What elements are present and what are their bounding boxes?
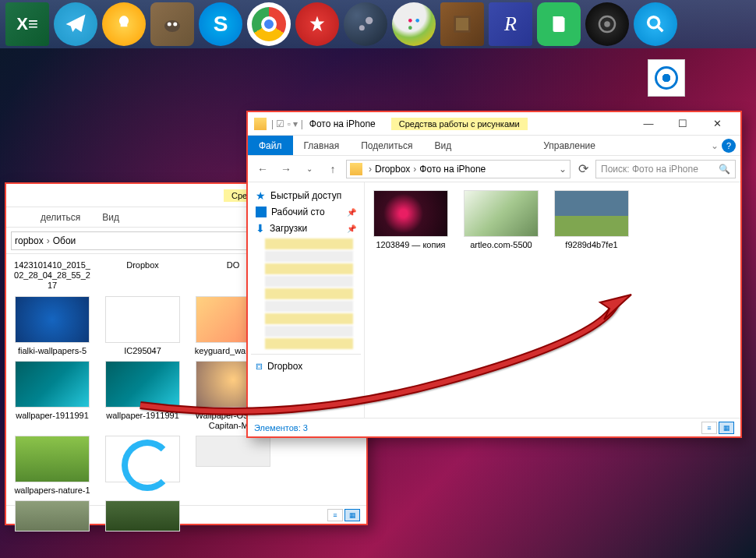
addressbar-front: ← → ⌄ ↑ › Dropbox › Фото на iPhone ⌄ ⟳ П… (248, 156, 740, 182)
recent-button[interactable]: ⌄ (299, 159, 320, 179)
file-item[interactable]: IC295047 (103, 296, 182, 356)
svg-point-3 (366, 17, 373, 24)
ribbon-collapse-icon[interactable]: ⌄ (711, 140, 719, 151)
file-item[interactable]: artleo.com-5500 (461, 190, 541, 250)
breadcrumb-front[interactable]: › Dropbox › Фото на iPhone ⌄ (346, 160, 571, 178)
refresh-icon[interactable]: ⟳ (574, 160, 592, 178)
thumbnails-view-button[interactable]: ▦ (344, 509, 360, 521)
file-item[interactable]: wallpaper-1911991 (12, 361, 92, 431)
pin-icon: 📌 (347, 208, 356, 217)
back-button[interactable]: ← (253, 159, 273, 179)
svg-point-1 (168, 23, 171, 26)
tab-share[interactable]: делиться (30, 207, 91, 227)
tab-view[interactable]: Вид (91, 207, 130, 227)
nav-downloads[interactable]: ⬇Загрузки📌 (251, 220, 361, 237)
details-view-button[interactable]: ≡ (327, 509, 343, 521)
nav-desktop[interactable]: Рабочий сто📌 (251, 204, 361, 220)
svg-line-13 (659, 27, 663, 32)
gimp-icon[interactable] (150, 2, 194, 46)
crumb2: Обои (53, 235, 76, 246)
ribbon-front: Файл Главная Поделиться Вид Управление ⌄… (248, 136, 740, 156)
tab-home[interactable]: Главная (293, 136, 351, 155)
help-icon[interactable]: ? (722, 139, 736, 153)
thumbnails-view-button[interactable]: ▦ (719, 422, 734, 434)
nav-blurred-item (265, 338, 353, 349)
tab-manage[interactable]: Управление (532, 136, 606, 155)
up-button[interactable]: ↑ (323, 159, 343, 179)
forward-button[interactable]: → (276, 159, 296, 179)
close-button[interactable]: ✕ (700, 113, 734, 135)
r-app-icon[interactable]: R (489, 2, 532, 46)
svg-point-0 (164, 20, 180, 32)
search-icon: 🔍 (719, 164, 730, 175)
nav-blurred-item (265, 326, 353, 337)
tab-view[interactable]: Вид (423, 136, 462, 155)
search-input-front[interactable]: Поиск: Фото на iPhone 🔍 (595, 160, 736, 178)
desktop-shortcut[interactable] (643, 59, 690, 97)
skype-icon[interactable]: S (199, 2, 242, 46)
svg-point-7 (408, 26, 412, 30)
file-item[interactable]: fialki-wallpapers-5 (12, 296, 92, 356)
svg-point-6 (415, 19, 419, 23)
excel-icon[interactable]: X≡ (5, 2, 49, 46)
statusbar-front: Элементов: 3 ≡ ▦ (248, 418, 740, 436)
maximize-button[interactable]: ☐ (666, 113, 700, 135)
tab-share[interactable]: Поделиться (350, 136, 423, 155)
dictionary-icon[interactable] (440, 2, 484, 46)
file-item[interactable] (103, 500, 182, 535)
file-item[interactable]: wallpapers-nature-1 (12, 436, 92, 496)
file-item[interactable]: wallpaper-1911991 (103, 361, 182, 431)
nav-blurred-item (265, 276, 353, 287)
window-body-front: ★Быстрый доступ Рабочий сто📌 ⬇Загрузки📌 … (248, 182, 740, 418)
file-item[interactable] (103, 436, 182, 496)
file-item[interactable]: 1203849 — копия (371, 190, 450, 250)
nav-blurred-item (265, 263, 353, 274)
qat-sep: | ☑ ▫ ▾ | (271, 118, 303, 129)
tab-file[interactable]: Файл (248, 136, 293, 155)
nav-dropbox[interactable]: ⧈Dropbox (251, 354, 361, 375)
crumb2: Фото на iPhone (419, 164, 486, 175)
steam-icon[interactable] (344, 2, 387, 46)
taskbar: X≡ S R (0, 0, 756, 48)
shortcut-icon (648, 59, 685, 97)
file-item[interactable]: Dropbox (103, 257, 182, 291)
file-item[interactable]: f9289d4b7fe1 (552, 190, 631, 250)
file-item[interactable] (12, 500, 92, 535)
thumbnail (464, 190, 539, 237)
nav-blurred-item (265, 301, 353, 312)
crumb-sep: › (47, 235, 50, 246)
red-app-icon[interactable] (295, 2, 339, 46)
svg-point-5 (408, 19, 412, 23)
svg-rect-9 (456, 18, 468, 30)
crumb1: ropbox (15, 235, 44, 246)
item-count: Элементов: 3 (254, 423, 308, 433)
obs-icon[interactable] (585, 2, 629, 46)
chrome-icon[interactable] (247, 2, 291, 46)
file-item[interactable]: 1423101410_2015_02_28_04_28_55_217 (12, 257, 92, 291)
minimize-button[interactable]: — (631, 113, 666, 135)
telegram-icon[interactable] (54, 2, 97, 46)
file-item[interactable] (193, 436, 273, 496)
nav-blurred-item (265, 288, 353, 299)
svg-point-12 (648, 17, 659, 28)
details-view-button[interactable]: ≡ (701, 422, 717, 434)
navigation-pane: ★Быстрый доступ Рабочий сто📌 ⬇Загрузки📌 … (248, 182, 365, 418)
chevron-down-icon[interactable]: ⌄ (559, 164, 567, 175)
nav-blurred-item (265, 238, 353, 249)
titlebar-front[interactable]: | ☑ ▫ ▾ | Фото на iPhone Средства работы… (248, 112, 740, 136)
window-title: Фото на iPhone (309, 118, 376, 129)
nav-blurred-item (265, 251, 353, 262)
folder-icon (350, 163, 362, 175)
explorer-window-front: | ☑ ▫ ▾ | Фото на iPhone Средства работы… (246, 111, 742, 438)
search-app-icon[interactable] (634, 2, 677, 46)
svg-point-4 (359, 25, 365, 30)
lightbulb-icon[interactable] (102, 2, 146, 46)
folder-icon (254, 118, 267, 130)
crumb1: Dropbox (375, 164, 410, 175)
nav-quick-access[interactable]: ★Быстрый доступ (251, 187, 361, 204)
picture-tools-label: Средства работы с рисунками (391, 118, 528, 130)
thumbnail (554, 190, 629, 237)
evernote-icon[interactable] (537, 2, 581, 46)
paint-icon[interactable] (392, 2, 436, 46)
svg-point-11 (604, 21, 610, 27)
